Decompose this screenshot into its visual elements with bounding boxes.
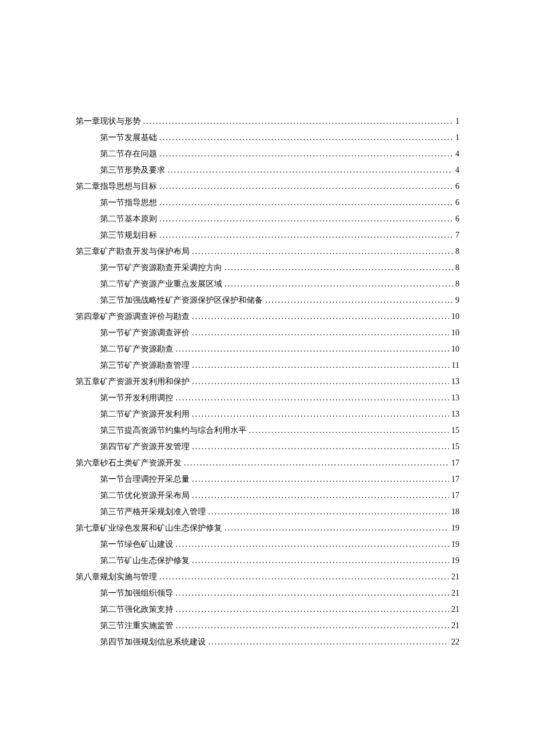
toc-entry-page: 10 [451,325,459,341]
toc-entry: 第八章规划实施与管理21 [76,569,459,585]
toc-entry-page: 4 [455,162,459,178]
toc-leader-dots [249,422,449,439]
toc-entry-title: 第二节矿山生态保护修复 [100,553,190,569]
toc-entry: 第一节加强组织领导21 [76,585,459,601]
toc-entry-title: 第一节发展基础 [100,130,157,146]
toc-entry: 第二章指导思想与目标6 [76,178,459,195]
toc-entry-title: 第三节规划目标 [100,227,157,243]
toc-leader-dots [192,406,449,422]
toc-entry: 第七章矿业绿色发展和矿山生态保护修复19 [76,520,459,536]
toc-entry-page: 18 [451,504,459,520]
toc-entry: 第三节加强战略性矿产资源保护区保护和储备9 [76,292,459,309]
toc-entry: 第一节绿色矿山建设19 [76,536,459,553]
toc-entry: 第一节指导思想6 [76,195,459,211]
toc-entry-page: 9 [455,292,459,309]
toc-entry-page: 19 [451,536,459,553]
toc-entry-page: 10 [451,309,459,325]
toc-entry-title: 第一节绿色矿山建设 [100,536,173,553]
toc-entry: 第四节加强规划信息系统建设22 [76,634,459,650]
toc-entry: 第四节矿产资源开发管理15 [76,439,459,455]
toc-leader-dots [224,260,453,276]
toc-entry-page: 17 [451,488,459,504]
toc-entry-page: 21 [451,569,459,585]
toc-leader-dots [192,553,449,569]
toc-entry: 第一节发展基础1 [76,130,459,146]
toc-entry-title: 第四节矿产资源开发管理 [100,439,190,455]
toc-entry-page: 22 [451,634,459,650]
toc-leader-dots [159,569,449,585]
toc-entry-page: 8 [455,276,459,292]
toc-entry-title: 第四节加强规划信息系统建设 [100,634,206,650]
toc-entry: 第二节矿产资源产业重点发展区域8 [76,276,459,292]
toc-entry-page: 21 [451,618,459,634]
toc-entry: 第二节优化资源开采布局17 [76,488,459,504]
toc-entry: 第三章矿产勘查开发与保护布局8 [76,243,459,260]
toc-entry-page: 21 [451,585,459,601]
toc-entry-page: 13 [451,390,459,406]
toc-entry-title: 第三节注重实施监管 [100,618,173,634]
toc-entry: 第二节存在问题4 [76,146,459,162]
toc-entry: 第三节规划目标7 [76,227,459,243]
toc-entry: 第二节强化政策支持21 [76,601,459,618]
toc-leader-dots [159,178,453,195]
toc-leader-dots [167,162,453,178]
toc-leader-dots [176,585,449,601]
toc-entry: 第四章矿产资源调查评价与勘查10 [76,309,459,325]
toc-leader-dots [176,618,449,634]
toc-entry: 第五章矿产资源开发利用和保护13 [76,374,459,390]
toc-leader-dots [159,146,453,162]
toc-leader-dots [192,357,450,374]
toc-entry-page: 17 [451,471,459,488]
toc-entry: 第一节矿产资源勘查开采调控方向8 [76,260,459,276]
toc-entry-page: 1 [455,130,459,146]
toc-leader-dots [265,292,453,309]
toc-entry-title: 第三节提高资源节约集约与综合利用水平 [100,422,247,439]
toc-entry: 第三节注重实施监管21 [76,618,459,634]
toc-entry-page: 19 [451,520,459,536]
toc-entry-title: 第六章砂石土类矿产资源开发 [76,455,181,471]
toc-entry-title: 第一节合理调控开采总量 [100,471,190,488]
toc-leader-dots [159,227,453,243]
toc-entry: 第二节矿产资源开发利用13 [76,406,459,422]
toc-entry-title: 第八章规划实施与管理 [76,569,157,585]
toc-entry-title: 第二节优化资源开采布局 [100,488,190,504]
toc-entry-title: 第三章矿产勘查开发与保护布局 [76,243,190,260]
toc-leader-dots [176,536,449,553]
toc-entry-page: 21 [451,601,459,618]
toc-entry-page: 6 [455,195,459,211]
toc-leader-dots [192,374,449,390]
toc-leader-dots [208,634,449,650]
toc-entry: 第二节矿产资源勘查10 [76,341,459,357]
toc-leader-dots [176,601,449,618]
toc-entry-title: 第一章现状与形势 [76,113,141,130]
toc-leader-dots [224,276,453,292]
toc-entry: 第三节矿产资源勘查管理11 [76,357,459,374]
toc-leader-dots [159,211,453,227]
toc-entry-title: 第二节矿产资源勘查 [100,341,173,357]
toc-entry-page: 15 [451,422,459,439]
toc-entry-page: 17 [451,455,459,471]
toc-entry-page: 15 [451,439,459,455]
toc-entry: 第三节严格开采规划准入管理18 [76,504,459,520]
toc-entry-page: 8 [455,243,459,260]
toc-entry-title: 第三节形势及要求 [100,162,165,178]
toc-entry: 第六章砂石土类矿产资源开发17 [76,455,459,471]
toc-entry-title: 第二节强化政策支持 [100,601,173,618]
toc-entry: 第二节矿山生态保护修复19 [76,553,459,569]
toc-leader-dots [184,455,449,471]
toc-entry: 第三节提高资源节约集约与综合利用水平15 [76,422,459,439]
toc-entry-title: 第二章指导思想与目标 [76,178,157,195]
toc-leader-dots [143,113,453,130]
toc-leader-dots [192,309,449,325]
toc-entry-title: 第一节指导思想 [100,195,157,211]
toc-entry-title: 第五章矿产资源开发利用和保护 [76,374,190,390]
toc-leader-dots [192,325,449,341]
toc-entry: 第一节矿产资源调查评价10 [76,325,459,341]
toc-leader-dots [176,341,449,357]
toc-entry-title: 第三节加强战略性矿产资源保护区保护和储备 [100,292,263,309]
toc-entry-title: 第二节基本原则 [100,211,157,227]
toc-entry-title: 第四章矿产资源调查评价与勘查 [76,309,190,325]
toc-leader-dots [192,243,453,260]
toc-entry-page: 4 [455,146,459,162]
toc-entry-title: 第三节严格开采规划准入管理 [100,504,206,520]
